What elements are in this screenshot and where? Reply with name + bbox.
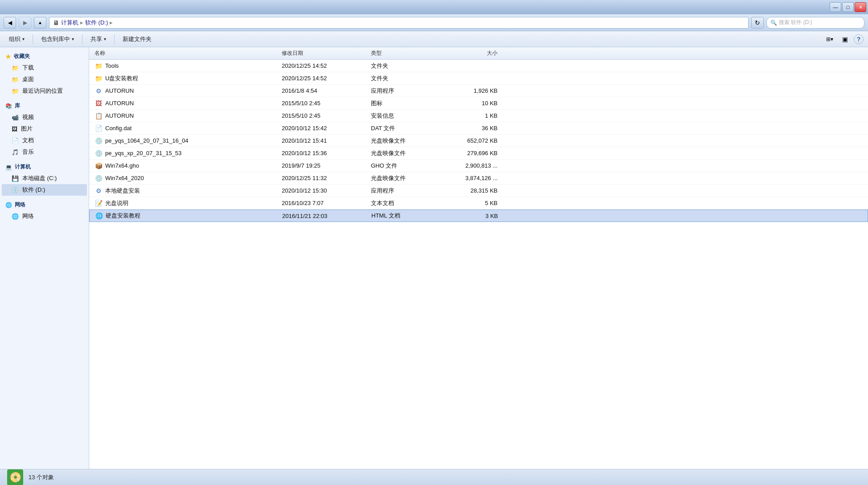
table-row[interactable]: 📁 Tools 2020/12/25 14:52 文件夹: [89, 60, 868, 72]
forward-button[interactable]: ▶: [19, 17, 31, 29]
table-row[interactable]: ⚙ AUTORUN 2016/1/8 4:54 应用程序 1,926 KB: [89, 85, 868, 97]
sidebar-item-recent[interactable]: 📁 最近访问的位置: [2, 85, 87, 97]
file-type-icon: 📁: [95, 62, 103, 70]
file-date-cell: 2020/12/25 14:52: [278, 62, 367, 69]
refresh-button[interactable]: ↻: [751, 17, 764, 29]
sidebar-network-header[interactable]: 🌐 网络: [2, 199, 87, 210]
sidebar-section-library: 📚 库 📹 视频 🖼 图片 📄 文档 🎵 音乐: [2, 100, 87, 158]
sidebar-item-downloads[interactable]: 📁 下载: [2, 62, 87, 74]
view-toggle-button[interactable]: ⊞▾: [823, 33, 836, 45]
include-library-dropdown-icon: ▾: [72, 37, 74, 41]
file-type-cell: 光盘映像文件: [367, 149, 439, 157]
table-row[interactable]: 💿 pe_yqs_xp_20_07_31_15_53 2020/10/12 15…: [89, 147, 868, 160]
file-size-cell: 2,900,813 ...: [439, 162, 501, 169]
file-date-cell: 2015/5/10 2:45: [278, 112, 367, 119]
col-header-modified[interactable]: 修改日期: [278, 49, 367, 57]
sidebar-section-favorites: ★ 收藏夹 📁 下载 📁 桌面 📁 最近访问的位置: [2, 51, 87, 97]
status-bar: 📀 13 个对象: [0, 469, 868, 485]
file-name-cell: ⚙ AUTORUN: [91, 87, 278, 95]
table-row[interactable]: 💿 pe_yqs_1064_20_07_31_16_04 2020/10/12 …: [89, 135, 868, 147]
sidebar-item-music[interactable]: 🎵 音乐: [2, 146, 87, 158]
share-button[interactable]: 共享 ▾: [86, 33, 111, 45]
file-type-icon: ⚙: [95, 87, 103, 95]
library-icon: 📚: [5, 103, 12, 109]
file-type-icon: ⚙: [95, 187, 103, 195]
sidebar-desktop-label: 桌面: [22, 75, 34, 83]
table-row[interactable]: 📁 U盘安装教程 2020/12/25 14:52 文件夹: [89, 72, 868, 85]
file-size-cell: 36 KB: [439, 125, 501, 132]
file-size-cell: 279,696 KB: [439, 150, 501, 156]
sidebar-drive-c-label: 本地磁盘 (C:): [22, 174, 57, 182]
col-header-type[interactable]: 类型: [367, 49, 439, 57]
sidebar-library-header[interactable]: 📚 库: [2, 100, 87, 111]
file-name-cell: 🌐 硬盘安装教程: [91, 212, 279, 220]
up-button[interactable]: ▲: [34, 17, 46, 29]
file-size-cell: 3,874,126 ...: [439, 175, 501, 181]
search-bar[interactable]: 🔍 搜索 软件 (D:): [766, 17, 864, 29]
file-name: Win7x64_2020: [105, 175, 144, 181]
col-header-size[interactable]: 大小: [439, 49, 501, 57]
back-button[interactable]: ◀: [4, 17, 16, 29]
title-bar-buttons: — □ ✕: [830, 2, 866, 12]
address-bar: ◀ ▶ ▲ 🖥 计算机 ▸ 软件 (D:) ▸ ↻ 🔍 搜索 软件 (D:): [0, 14, 868, 31]
table-row[interactable]: 🖼 AUTORUN 2015/5/10 2:45 图标 10 KB: [89, 97, 868, 110]
sidebar-item-documents[interactable]: 📄 文档: [2, 135, 87, 146]
search-placeholder: 搜索 软件 (D:): [779, 19, 812, 26]
breadcrumb-drive[interactable]: 软件 (D:): [85, 19, 108, 27]
sidebar-item-drive-d[interactable]: 💿 软件 (D:): [2, 184, 87, 196]
sidebar-favorites-label: 收藏夹: [14, 53, 30, 60]
organize-label: 组织: [9, 35, 21, 43]
breadcrumb-computer[interactable]: 计算机: [61, 19, 78, 27]
file-name: Tools: [105, 62, 119, 69]
close-button[interactable]: ✕: [855, 2, 866, 12]
file-size-cell: 1 KB: [439, 112, 501, 119]
sidebar-network-item-label: 网络: [22, 212, 34, 220]
drive-status-icon: 📀: [9, 472, 21, 483]
sidebar-computer-header[interactable]: 💻 计算机: [2, 161, 87, 173]
organize-button[interactable]: 组织 ▾: [4, 33, 29, 45]
sidebar-favorites-header[interactable]: ★ 收藏夹: [2, 51, 87, 62]
new-folder-button[interactable]: 新建文件夹: [118, 33, 156, 45]
table-row[interactable]: 📋 AUTORUN 2015/5/10 2:45 安装信息 1 KB: [89, 110, 868, 122]
sidebar-downloads-label: 下载: [22, 64, 34, 72]
table-row[interactable]: ⚙ 本地硬盘安装 2020/10/12 15:30 应用程序 28,315 KB: [89, 185, 868, 197]
file-name-cell: 📦 Win7x64.gho: [91, 162, 278, 170]
file-size-cell: 10 KB: [439, 100, 501, 107]
file-type-cell: 光盘映像文件: [367, 174, 439, 182]
file-date-cell: 2016/10/23 7:07: [278, 200, 367, 206]
table-row[interactable]: 💿 Win7x64_2020 2020/12/25 11:32 光盘映像文件 3…: [89, 172, 868, 185]
sidebar-item-video[interactable]: 📹 视频: [2, 111, 87, 123]
sidebar-item-network[interactable]: 🌐 网络: [2, 210, 87, 222]
sidebar-recent-label: 最近访问的位置: [22, 87, 63, 95]
include-library-button[interactable]: 包含到库中 ▾: [37, 33, 78, 45]
music-icon: 🎵: [12, 149, 19, 156]
sidebar-item-pictures[interactable]: 🖼 图片: [2, 123, 87, 135]
breadcrumb-sep2: ▸: [110, 19, 113, 26]
table-row[interactable]: 🌐 硬盘安装教程 2016/11/21 22:03 HTML 文档 3 KB: [89, 210, 868, 222]
file-size-cell: 652,072 KB: [439, 137, 501, 144]
help-button[interactable]: ?: [854, 34, 864, 44]
file-name: 光盘说明: [105, 199, 128, 207]
breadcrumb[interactable]: 🖥 计算机 ▸ 软件 (D:) ▸: [49, 17, 749, 29]
col-header-name[interactable]: 名称: [91, 49, 278, 57]
sidebar-item-drive-c[interactable]: 💾 本地磁盘 (C:): [2, 173, 87, 184]
file-name: Win7x64.gho: [105, 162, 139, 169]
file-name-cell: 💿 pe_yqs_xp_20_07_31_15_53: [91, 149, 278, 157]
file-type-icon: 🖼: [95, 99, 103, 107]
table-row[interactable]: 📝 光盘说明 2016/10/23 7:07 文本文档 5 KB: [89, 197, 868, 210]
table-row[interactable]: 📦 Win7x64.gho 2019/9/7 19:25 GHO 文件 2,90…: [89, 160, 868, 172]
table-row[interactable]: 📄 Config.dat 2020/10/12 15:42 DAT 文件 36 …: [89, 122, 868, 135]
file-type-cell: DAT 文件: [367, 124, 439, 132]
maximize-button[interactable]: □: [842, 2, 854, 12]
sidebar-item-desktop[interactable]: 📁 桌面: [2, 74, 87, 85]
pictures-icon: 🖼: [12, 126, 17, 132]
preview-button[interactable]: ▣: [839, 33, 851, 45]
file-name-cell: 📋 AUTORUN: [91, 112, 278, 120]
include-library-label: 包含到库中: [41, 35, 70, 43]
sidebar: ★ 收藏夹 📁 下载 📁 桌面 📁 最近访问的位置 📚 库: [0, 47, 89, 469]
minimize-button[interactable]: —: [830, 2, 841, 12]
file-list: 📁 Tools 2020/12/25 14:52 文件夹 📁 U盘安装教程 20…: [89, 60, 868, 469]
file-type-icon: 🌐: [95, 212, 103, 220]
drive-d-icon: 💿: [12, 187, 19, 193]
status-count: 13 个对象: [29, 473, 54, 481]
